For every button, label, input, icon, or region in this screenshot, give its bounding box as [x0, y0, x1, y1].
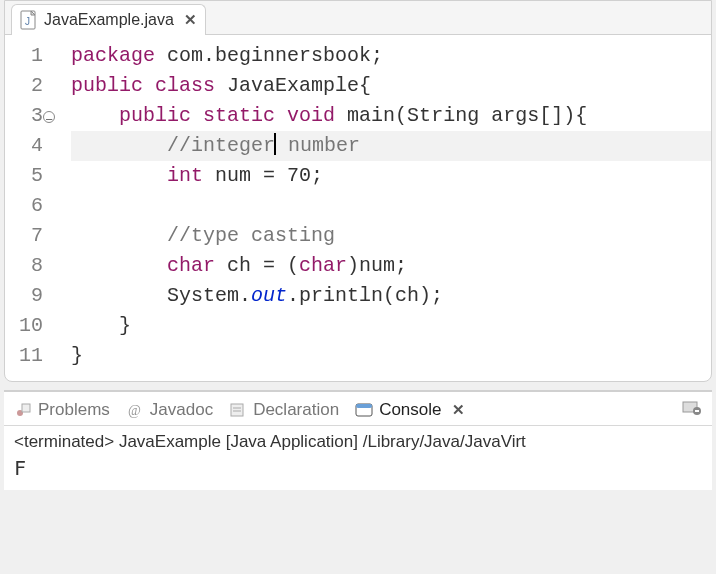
svg-text:@: @: [128, 403, 141, 418]
code-area[interactable]: 1 2 3 4 5 6 7 8 9 10 11 package com.begi…: [5, 35, 711, 381]
svg-rect-3: [22, 404, 30, 412]
close-icon[interactable]: ✕: [184, 11, 195, 29]
console-toolbar: [682, 398, 702, 421]
svg-rect-5: [231, 404, 243, 416]
line-number[interactable]: 3: [19, 101, 43, 131]
code-line-active: //integer number: [71, 131, 711, 161]
code-line: [71, 191, 711, 221]
java-file-icon: J: [20, 10, 38, 30]
tab-declaration[interactable]: Declaration: [229, 400, 339, 420]
line-number: 8: [19, 251, 43, 281]
bottom-panel: Problems @ Javadoc Declaration Console ✕: [4, 390, 712, 490]
svg-rect-9: [356, 404, 372, 408]
editor-tab[interactable]: J JavaExample.java ✕: [11, 4, 206, 35]
problems-icon: [14, 401, 32, 419]
tab-label: Problems: [38, 400, 110, 420]
svg-text:J: J: [25, 16, 30, 27]
console-status: <terminated> JavaExample [Java Applicati…: [4, 426, 712, 454]
code-text[interactable]: package com.beginnersbook; public class …: [53, 41, 711, 371]
line-number: 5: [19, 161, 43, 191]
tab-label: Javadoc: [150, 400, 213, 420]
console-icon: [355, 401, 373, 419]
line-number: 11: [19, 341, 43, 371]
editor-tab-bar: J JavaExample.java ✕: [5, 1, 711, 35]
line-number: 6: [19, 191, 43, 221]
javadoc-icon: @: [126, 401, 144, 419]
code-line: public class JavaExample{: [71, 71, 711, 101]
code-line: System.out.println(ch);: [71, 281, 711, 311]
tab-problems[interactable]: Problems: [14, 400, 110, 420]
line-number: 10: [19, 311, 43, 341]
tab-console[interactable]: Console ✕: [355, 400, 462, 420]
tab-javadoc[interactable]: @ Javadoc: [126, 400, 213, 420]
remove-launch-icon[interactable]: [682, 398, 702, 421]
code-line: }: [71, 341, 711, 371]
code-line: int num = 70;: [71, 161, 711, 191]
declaration-icon: [229, 401, 247, 419]
line-number: 4: [19, 131, 43, 161]
code-line: package com.beginnersbook;: [71, 41, 711, 71]
editor-pane: J JavaExample.java ✕ 1 2 3 4 5 6 7 8 9 1…: [4, 0, 712, 382]
line-number-gutter: 1 2 3 4 5 6 7 8 9 10 11: [5, 41, 53, 371]
line-number: 2: [19, 71, 43, 101]
close-icon[interactable]: ✕: [452, 401, 463, 419]
tab-label: Declaration: [253, 400, 339, 420]
tab-label: Console: [379, 400, 441, 420]
line-number: 7: [19, 221, 43, 251]
editor-tab-label: JavaExample.java: [44, 11, 174, 29]
code-line: //type casting: [71, 221, 711, 251]
line-number: 9: [19, 281, 43, 311]
console-output: F: [4, 454, 712, 490]
code-line: }: [71, 311, 711, 341]
bottom-tab-bar: Problems @ Javadoc Declaration Console ✕: [4, 392, 712, 426]
line-number: 1: [19, 41, 43, 71]
code-line: char ch = (char)num;: [71, 251, 711, 281]
code-line: public static void main(String args[]){: [71, 101, 711, 131]
